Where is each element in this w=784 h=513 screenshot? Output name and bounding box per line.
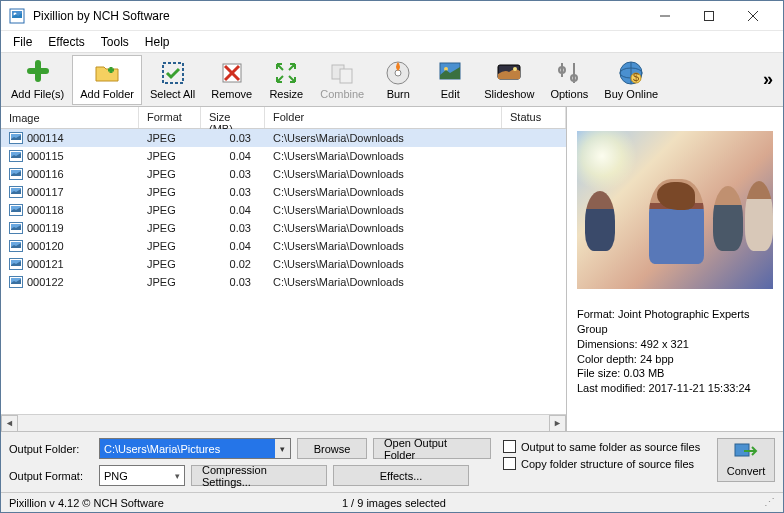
open-output-button[interactable]: Open Output Folder xyxy=(373,438,491,459)
statusbar: Pixillion v 4.12 © NCH Software 1 / 9 im… xyxy=(1,492,783,512)
burn-icon xyxy=(384,59,412,87)
col-format[interactable]: Format xyxy=(139,107,201,128)
meta-file-size: File size: 0.03 MB xyxy=(577,366,773,381)
meta-dimensions: Dimensions: 492 x 321 xyxy=(577,337,773,352)
remove-icon xyxy=(218,59,246,87)
copy-structure-checkbox[interactable] xyxy=(503,457,516,470)
scroll-track[interactable] xyxy=(18,415,549,432)
add-folder-button[interactable]: Add Folder xyxy=(72,55,142,105)
slideshow-icon xyxy=(495,59,523,87)
combine-icon xyxy=(328,59,356,87)
options-button[interactable]: Options xyxy=(542,55,596,105)
meta-modified: Last modified: 2017-11-21 15:33:24 xyxy=(577,381,773,396)
resize-button[interactable]: Resize xyxy=(260,55,312,105)
svg-text:$: $ xyxy=(633,71,639,83)
maximize-button[interactable] xyxy=(687,2,731,30)
slideshow-button[interactable]: Slideshow xyxy=(476,55,542,105)
browse-button[interactable]: Browse xyxy=(297,438,367,459)
svg-rect-4 xyxy=(705,11,714,20)
copy-structure-label: Copy folder structure of source files xyxy=(521,458,694,470)
close-button[interactable] xyxy=(731,2,775,30)
table-row[interactable]: 000122JPEG0.03C:\Users\Maria\Downloads xyxy=(1,273,566,291)
menu-file[interactable]: File xyxy=(5,32,40,52)
output-format-label: Output Format: xyxy=(9,470,93,482)
buy-online-button[interactable]: $ Buy Online xyxy=(596,55,666,105)
same-folder-label: Output to same folder as source files xyxy=(521,441,700,453)
horizontal-scrollbar[interactable]: ◄ ► xyxy=(1,414,566,431)
effects-button[interactable]: Effects... xyxy=(333,465,469,486)
table-row[interactable]: 000115JPEG0.04C:\Users\Maria\Downloads xyxy=(1,147,566,165)
preview-metadata: Format: Joint Photographic Experts Group… xyxy=(577,307,773,396)
toolbar: Add File(s) Add Folder Select All Remove… xyxy=(1,53,783,107)
meta-color-depth: Color depth: 24 bpp xyxy=(577,352,773,367)
add-files-icon xyxy=(24,59,52,87)
toolbar-overflow-button[interactable]: » xyxy=(755,53,781,106)
bottom-controls: Output Folder: C:\Users\Maria\Pictures▾ … xyxy=(1,432,783,492)
resize-icon xyxy=(272,59,300,87)
resize-grip[interactable]: ⋰ xyxy=(764,496,775,509)
burn-button[interactable]: Burn xyxy=(372,55,424,105)
output-format-combo[interactable]: PNG▾ xyxy=(99,465,185,486)
status-left: Pixillion v 4.12 © NCH Software xyxy=(9,497,164,509)
table-row[interactable]: 000120JPEG0.04C:\Users\Maria\Downloads xyxy=(1,237,566,255)
convert-button[interactable]: Convert xyxy=(717,438,775,482)
preview-image xyxy=(577,131,773,289)
table-row[interactable]: 000116JPEG0.03C:\Users\Maria\Downloads xyxy=(1,165,566,183)
status-right: 1 / 9 images selected xyxy=(342,497,446,509)
combine-button[interactable]: Combine xyxy=(312,55,372,105)
compression-button[interactable]: Compression Settings... xyxy=(191,465,327,486)
svg-point-18 xyxy=(513,67,517,71)
menubar: File Effects Tools Help xyxy=(1,31,783,53)
remove-button[interactable]: Remove xyxy=(203,55,260,105)
col-status[interactable]: Status xyxy=(502,107,566,128)
content-area: Image Format Size (MB) Folder Status 000… xyxy=(1,107,783,432)
add-folder-icon xyxy=(93,59,121,87)
edit-button[interactable]: Edit xyxy=(424,55,476,105)
col-image[interactable]: Image xyxy=(1,107,139,128)
minimize-button[interactable] xyxy=(643,2,687,30)
preview-pane: Format: Joint Photographic Experts Group… xyxy=(567,107,783,431)
add-files-button[interactable]: Add File(s) xyxy=(3,55,72,105)
file-list-pane: Image Format Size (MB) Folder Status 000… xyxy=(1,107,567,431)
menu-effects[interactable]: Effects xyxy=(40,32,92,52)
window-title: Pixillion by NCH Software xyxy=(33,9,643,23)
buy-online-icon: $ xyxy=(617,59,645,87)
table-row[interactable]: 000119JPEG0.03C:\Users\Maria\Downloads xyxy=(1,219,566,237)
select-all-button[interactable]: Select All xyxy=(142,55,203,105)
scroll-left-arrow[interactable]: ◄ xyxy=(1,415,18,432)
output-folder-label: Output Folder: xyxy=(9,443,93,455)
col-size[interactable]: Size (MB) xyxy=(201,107,265,128)
table-row[interactable]: 000118JPEG0.04C:\Users\Maria\Downloads xyxy=(1,201,566,219)
scroll-right-arrow[interactable]: ► xyxy=(549,415,566,432)
table-row[interactable]: 000121JPEG0.02C:\Users\Maria\Downloads xyxy=(1,255,566,273)
titlebar: Pixillion by NCH Software xyxy=(1,1,783,31)
svg-rect-12 xyxy=(340,69,352,83)
options-icon xyxy=(555,59,583,87)
edit-icon xyxy=(436,59,464,87)
file-rows[interactable]: 000114JPEG0.03C:\Users\Maria\Downloads00… xyxy=(1,129,566,414)
column-headers: Image Format Size (MB) Folder Status xyxy=(1,107,566,129)
col-folder[interactable]: Folder xyxy=(265,107,502,128)
table-row[interactable]: 000114JPEG0.03C:\Users\Maria\Downloads xyxy=(1,129,566,147)
app-icon xyxy=(9,8,25,24)
meta-format: Format: Joint Photographic Experts Group xyxy=(577,307,773,337)
menu-tools[interactable]: Tools xyxy=(93,32,137,52)
same-folder-checkbox[interactable] xyxy=(503,440,516,453)
table-row[interactable]: 000117JPEG0.03C:\Users\Maria\Downloads xyxy=(1,183,566,201)
output-folder-combo[interactable]: C:\Users\Maria\Pictures▾ xyxy=(99,438,291,459)
select-all-icon xyxy=(159,59,187,87)
menu-help[interactable]: Help xyxy=(137,32,178,52)
convert-icon xyxy=(734,443,758,463)
